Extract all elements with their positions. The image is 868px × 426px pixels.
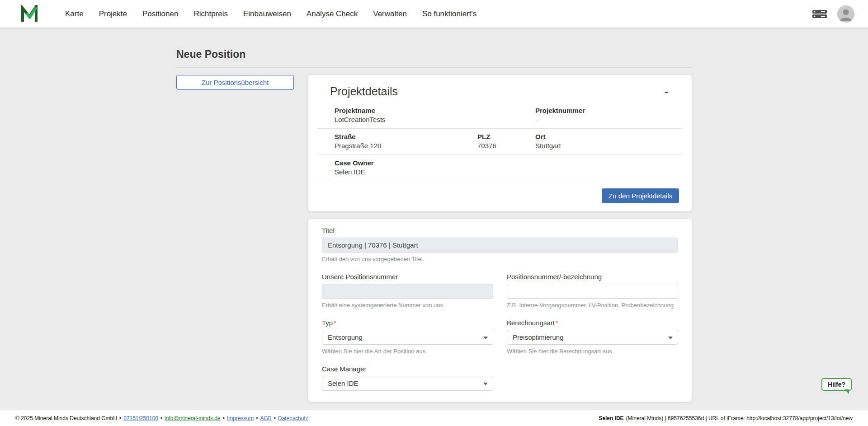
email-link[interactable]: info@mineral-minds.de [165, 415, 221, 421]
ort-value: Stuttgart [535, 142, 683, 150]
typ-helper: Wählen Sie hier die Art der Position aus… [322, 348, 493, 355]
project-details-card: Projektdetails - Projektname LotCreation… [308, 75, 692, 211]
nav-item-einbauweisen[interactable]: Einbauweisen [236, 9, 299, 19]
chevron-down-icon [483, 383, 488, 385]
mineral-minds-logo[interactable] [20, 5, 38, 23]
top-navigation-bar: Karte Projekte Positionen Richtpreis Ein… [0, 0, 868, 28]
collapse-card-button[interactable]: - [662, 86, 671, 97]
user-avatar[interactable] [837, 5, 854, 23]
case-owner-value: Selen IDE [335, 168, 683, 176]
unsere-positionsnummer-input [322, 284, 493, 299]
page-title: Neue Position [176, 48, 692, 61]
go-to-project-details-button[interactable]: Zu den Projektdetails [602, 188, 679, 203]
plz-value: 70376 [477, 142, 535, 150]
footer-separator: • [274, 415, 276, 421]
case-manager-select[interactable]: Selen IDE [322, 376, 493, 391]
nav-item-verwalten[interactable]: Verwalten [365, 9, 415, 19]
required-asterisk: * [556, 319, 558, 327]
positionsnummer-label: Positionsnummer/-bezeichnung [507, 273, 678, 281]
datenschutz-link[interactable]: Datenschutz [278, 415, 308, 421]
titel-helper: Erhält den von uns vorgegebenen Titel. [322, 256, 678, 262]
heading-divider [176, 67, 692, 68]
nav-items: Karte Projekte Positionen Richtpreis Ein… [57, 9, 484, 19]
berechnungsart-select[interactable]: Preisoptimierung [507, 330, 678, 345]
table-row: Projektname LotCreationTests Projektnumm… [317, 103, 683, 129]
positionsnummer-input[interactable] [507, 284, 678, 299]
projektnummer-label: Projektnummer [535, 107, 683, 114]
unsere-positionsnummer-helper: Erhält eine systemgenerierte Nummer von … [322, 302, 493, 309]
footer: © 2025 Mineral Minds Deutschland GmbH • … [0, 410, 868, 426]
typ-select-value: Entsorgung [328, 333, 363, 341]
case-manager-label: Case Manager [322, 365, 493, 373]
new-position-form-card: Titel Erhält den von uns vorgegebenen Ti… [308, 219, 692, 402]
project-details-title: Projektdetails [330, 85, 398, 98]
nav-item-analyse-check[interactable]: Analyse Check [299, 9, 365, 19]
titel-input [322, 238, 678, 253]
footer-user-name: Selen IDE [599, 415, 623, 421]
required-asterisk: * [334, 319, 336, 327]
berechnungsart-helper: Wählen Sie hier die Berechnungsart aus. [507, 348, 678, 355]
chevron-down-icon [668, 337, 673, 339]
back-to-position-overview-button[interactable]: Zur Positionsübersicht [176, 75, 294, 90]
main-content: Neue Position Zur Positionsübersicht Pro… [176, 28, 692, 402]
footer-right: Selen IDE (Mineral Minds) | 69576255536d… [599, 415, 853, 421]
typ-label: Typ* [322, 319, 493, 327]
unsere-positionsnummer-label: Unsere Positionsnummer [322, 273, 493, 281]
ort-label: Ort [535, 133, 683, 140]
footer-separator: • [256, 415, 258, 421]
footer-separator: • [119, 415, 121, 421]
agb-link[interactable]: AGB [260, 415, 271, 421]
footer-session-info: (Mineral Minds) | 69576255536d | URL of … [626, 415, 853, 421]
table-row: Straße Pragstraße 120 PLZ 70376 Ort Stut… [317, 129, 683, 155]
projektnummer-value: - [535, 116, 683, 123]
chevron-down-icon [483, 337, 488, 339]
strasse-label: Straße [335, 133, 477, 140]
nav-item-projekte[interactable]: Projekte [91, 9, 135, 19]
impressum-link[interactable]: Impressum [227, 415, 254, 421]
positionsnummer-helper: Z.B. Interne-Vorgangsnummer, LV-Position… [507, 302, 678, 309]
plz-label: PLZ [477, 133, 535, 140]
titel-label: Titel [322, 227, 678, 234]
strasse-value: Pragstraße 120 [335, 142, 477, 150]
phone-link[interactable]: 07151/250100 [123, 415, 158, 421]
projektname-value: LotCreationTests [335, 116, 535, 123]
nav-item-karte[interactable]: Karte [57, 9, 91, 19]
berechnungsart-select-value: Preisoptimierung [513, 333, 564, 341]
server-icon[interactable] [812, 8, 828, 20]
nav-item-positionen[interactable]: Positionen [135, 9, 186, 19]
footer-left: © 2025 Mineral Minds Deutschland GmbH • … [15, 415, 308, 421]
berechnungsart-label: Berechnungsart* [507, 319, 678, 327]
case-owner-label: Case Owner [335, 159, 683, 167]
copyright-text: © 2025 Mineral Minds Deutschland GmbH [15, 415, 117, 421]
projektname-label: Projektname [335, 107, 535, 114]
footer-separator: • [223, 415, 225, 421]
nav-item-so-funktionierts[interactable]: So funktioniert's [415, 9, 484, 19]
table-row: Case Owner Selen IDE [317, 155, 683, 181]
help-button[interactable]: Hilfe? [821, 378, 852, 391]
case-manager-select-value: Selen IDE [328, 379, 359, 387]
footer-separator: • [160, 415, 162, 421]
typ-select[interactable]: Entsorgung [322, 330, 493, 345]
nav-right-controls [812, 5, 854, 23]
nav-item-richtpreis[interactable]: Richtpreis [186, 9, 236, 19]
project-details-table: Projektname LotCreationTests Projektnumm… [317, 103, 683, 181]
